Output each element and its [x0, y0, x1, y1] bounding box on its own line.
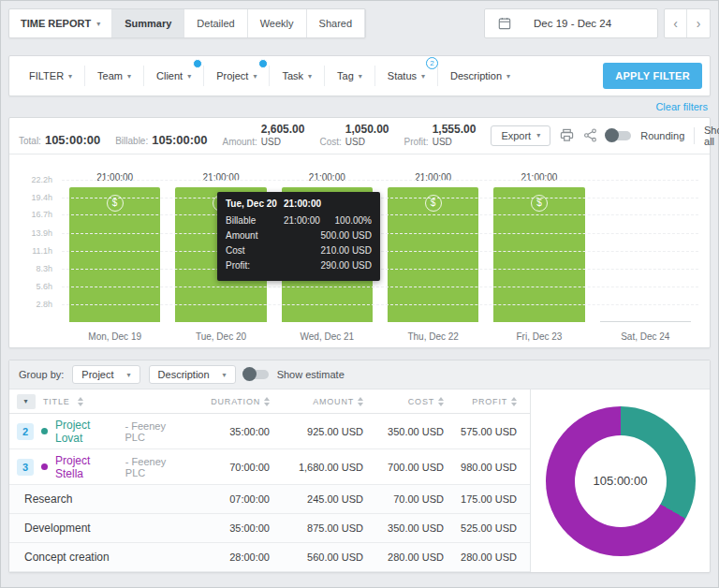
report-tabs: SummaryDetailedWeeklyShared [112, 9, 365, 37]
chart-tooltip: Tue, Dec 20 21:00:00 Billable21:00:00100… [217, 192, 380, 281]
group-by-select-project[interactable]: Project ▾ [72, 365, 139, 384]
column-title-text: COST [408, 397, 434, 406]
filter-client[interactable]: Client▾ [143, 66, 203, 86]
print-button[interactable] [560, 128, 574, 142]
table-row[interactable]: 3Project Stella- Feeney PLC70:00:001,680… [9, 449, 530, 485]
prev-period-button[interactable]: ‹ [665, 9, 687, 37]
filter-task[interactable]: Task▾ [269, 66, 324, 86]
tooltip-row: Cost210.00 USD [226, 243, 372, 258]
report-type-dropdown[interactable]: TIME REPORT ▾ [9, 9, 112, 37]
group-by-select-description[interactable]: Description ▾ [149, 365, 236, 384]
filter-active-badge [193, 59, 202, 68]
column-header-amount[interactable]: AMOUNT [270, 397, 363, 406]
table-row[interactable]: Development35:00:00875.00 USD350.00 USD5… [9, 514, 530, 543]
table-row[interactable]: 2Project Lovat- Feeney PLC35:00:00925.00… [9, 414, 530, 449]
chart-plot: 21:00:00$Mon, Dec 1921:00:00$Tue, Dec 20… [62, 168, 698, 322]
x-axis-label: Tue, Dec 20 [168, 331, 273, 342]
cell-cost: 280.00 USD [363, 551, 444, 563]
column-title-text: DURATION [211, 397, 260, 406]
column-header-cost[interactable]: COST [363, 397, 444, 406]
table-row[interactable]: Research07:00:00245.00 USD70.00 USD175.0… [9, 485, 530, 514]
table-row[interactable]: Concept creation28:00:00560.00 USD280.00… [9, 543, 530, 572]
x-axis-label: Sat, Dec 24 [593, 331, 698, 342]
stat-billable: Billable: 105:00:00 [115, 133, 207, 147]
tab-summary[interactable]: Summary [112, 9, 184, 37]
sort-icon[interactable] [78, 397, 83, 406]
cell-profit: 525.00 USD [444, 522, 530, 534]
cell-title: Research [9, 492, 185, 506]
chart-bar[interactable]: $ [69, 187, 160, 322]
y-axis-tick: 8.3h [13, 264, 52, 273]
chart-bar[interactable]: $ [388, 187, 478, 322]
filter-project[interactable]: Project▾ [203, 66, 269, 86]
chevron-down-icon: ▾ [68, 72, 72, 81]
date-controls: Dec 19 - Dec 24 ‹ › [484, 8, 711, 38]
clear-filters-link[interactable]: Clear filters [655, 101, 708, 112]
group-title: Concept creation [17, 551, 110, 564]
date-range-picker[interactable]: Dec 19 - Dec 24 [484, 8, 658, 38]
show-all-dropdown[interactable]: Show all ▾ [704, 125, 719, 147]
stat-total-value: 105:00:00 [45, 133, 100, 147]
filter-description[interactable]: Description▾ [437, 66, 522, 86]
tooltip-time: 21:00:00 [284, 198, 372, 209]
column-header-profit[interactable]: PROFIT [444, 397, 530, 406]
rounding-toggle[interactable] [607, 131, 631, 140]
stat-billable-value: 105:00:00 [152, 133, 207, 147]
chevron-down-icon: ▾ [187, 72, 191, 81]
report-controls: Export ▾ [491, 125, 719, 147]
stat-amount-label: Amount: [223, 137, 257, 147]
stat-amount-number: 2,605.00 [261, 124, 305, 137]
cell-profit: 280.00 USD [444, 551, 530, 563]
next-period-button[interactable]: › [687, 9, 710, 37]
group-title: Research [17, 492, 72, 506]
filter-team[interactable]: Team▾ [84, 66, 143, 86]
filter-status[interactable]: Status▾2 [374, 66, 437, 86]
stat-cost: Cost: 1,050.00 USD [319, 124, 389, 147]
filter-label: Team [97, 70, 123, 81]
tab-weekly[interactable]: Weekly [248, 9, 307, 37]
report-nav: TIME REPORT ▾ SummaryDetailedWeeklyShare… [8, 8, 366, 38]
apply-filter-button[interactable]: APPLY FILTER [603, 63, 702, 89]
gridline [62, 233, 698, 234]
cell-duration: 35:00:00 [185, 522, 270, 534]
share-button[interactable] [583, 128, 597, 142]
cell-profit: 175.00 USD [444, 493, 530, 505]
sort-icon[interactable] [511, 397, 517, 406]
stat-billable-label: Billable: [115, 136, 148, 146]
group-by-bar: Group by: Project ▾ Description ▾ Show e… [9, 360, 710, 390]
filter-tag[interactable]: Tag▾ [324, 66, 374, 86]
tab-shared[interactable]: Shared [307, 9, 365, 37]
expand-all-chevron-icon[interactable]: ▾ [17, 394, 36, 409]
filter-filter[interactable]: FILTER▾ [17, 66, 84, 86]
cell-duration: 07:00:00 [185, 493, 270, 505]
column-header-duration[interactable]: DURATION [185, 397, 270, 406]
tab-detailed[interactable]: Detailed [184, 9, 247, 37]
cell-title: Concept creation [9, 551, 185, 564]
column-header-title[interactable]: ▾TITLE [9, 394, 185, 409]
toggle-knob [605, 128, 619, 142]
project-link[interactable]: Project Stella [55, 454, 118, 480]
column-title-text: AMOUNT [313, 397, 354, 406]
show-estimate-toggle[interactable] [244, 370, 269, 379]
tooltip-row-value: 210.00 USD [321, 243, 372, 258]
export-button[interactable]: Export ▾ [491, 125, 550, 146]
chart-bar[interactable]: $ [493, 187, 584, 322]
report-type-label: TIME REPORT [21, 18, 91, 29]
period-nav: ‹ › [664, 8, 711, 38]
filter-label: Client [156, 70, 183, 81]
printer-icon [560, 128, 574, 142]
entry-count-badge: 3 [17, 459, 34, 476]
select-value: Description [158, 369, 210, 380]
donut-panel: 105:00:00 [530, 390, 710, 572]
bar-value-label: 21:00:00 [274, 172, 380, 183]
filter-label: Project [216, 70, 248, 81]
cell-profit: 575.00 USD [444, 426, 530, 437]
y-axis-tick: 22.2h [13, 175, 52, 184]
chevron-down-icon: ▾ [223, 371, 227, 379]
stat-profit-currency: USD [433, 137, 477, 148]
donut-chart[interactable]: 105:00:00 [546, 406, 696, 556]
filter-items: FILTER▾Team▾Client▾Project▾Task▾Tag▾Stat… [17, 66, 522, 86]
project-link[interactable]: Project Lovat [55, 419, 118, 445]
x-axis-label: Mon, Dec 19 [62, 331, 168, 342]
stat-profit-number: 1,555.00 [433, 124, 477, 137]
